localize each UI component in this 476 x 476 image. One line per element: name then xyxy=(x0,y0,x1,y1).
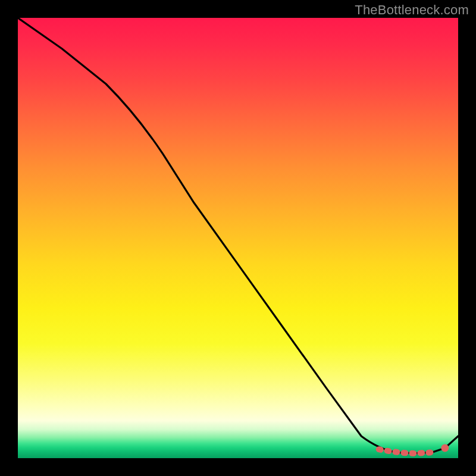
plot-area xyxy=(18,18,458,458)
chart-stage: TheBottleneck.com xyxy=(0,0,476,476)
plot-overlay-svg xyxy=(18,18,458,458)
dashed-highlight-segment xyxy=(379,449,432,453)
main-curve xyxy=(18,18,458,453)
watermark-text: TheBottleneck.com xyxy=(355,2,469,18)
end-dot-marker xyxy=(441,444,449,452)
